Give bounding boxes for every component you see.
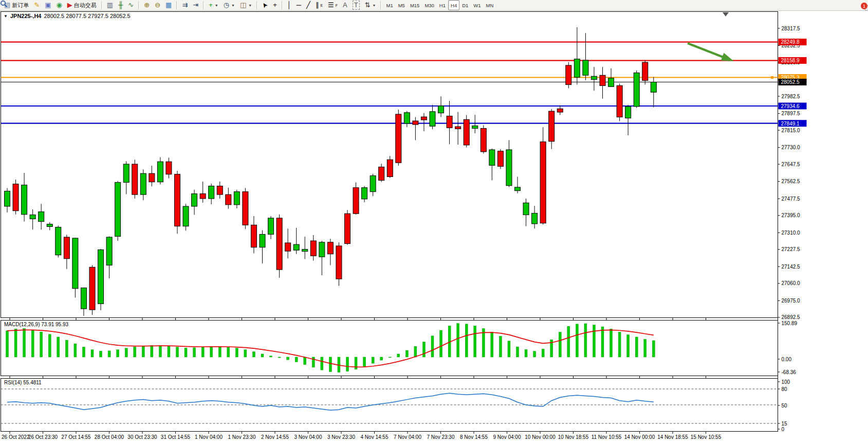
- candle: [642, 62, 648, 80]
- candle: [472, 126, 478, 128]
- candle: [56, 227, 61, 255]
- channel-button[interactable]: ∥E: [313, 0, 325, 10]
- add-indicator-button[interactable]: +▼: [206, 0, 221, 10]
- text-label-button[interactable]: T: [350, 0, 362, 10]
- template-icon: ◫: [240, 1, 246, 9]
- timeframe-h4-button[interactable]: H4: [448, 0, 459, 10]
- candle: [523, 203, 529, 215]
- macd-histogram-bar: [227, 347, 230, 357]
- horizontal-line-icon: ─: [297, 1, 301, 9]
- cursor-button[interactable]: ➤: [260, 0, 270, 10]
- signals-button[interactable]: ◉: [54, 0, 65, 10]
- timeframe-m15-button[interactable]: M15: [408, 0, 422, 10]
- candle: [175, 174, 180, 226]
- zoom-out-button[interactable]: ⊖: [152, 0, 163, 10]
- dropdown-caret-icon[interactable]: ▼: [215, 4, 218, 7]
- timeframe-m30-button[interactable]: M30: [422, 0, 436, 10]
- marker-button[interactable]: ✎: [31, 0, 42, 10]
- zoom-in-icon: ⊕: [144, 1, 150, 9]
- dropdown-caret-icon[interactable]: ▼: [248, 4, 252, 7]
- dropdown-caret-icon[interactable]: ▼: [231, 4, 235, 7]
- rsi-axis-label: 50: [782, 403, 788, 409]
- timeframe-d1-button[interactable]: D1: [459, 0, 471, 10]
- chart-ohlc-values: 28002.5 28077.5 27927.5 28052.5: [44, 13, 130, 19]
- macd-histogram-bar: [100, 351, 102, 357]
- candle: [608, 78, 614, 87]
- candle: [251, 225, 256, 247]
- candlestick-chart[interactable]: 28317.528232.528150.028067.527982.527897…: [0, 11, 868, 444]
- community-icon: ▣: [45, 1, 51, 9]
- time-axis-label: 30 Oct 23:30: [127, 434, 157, 440]
- timeframe-w1-button[interactable]: W1: [471, 0, 483, 10]
- macd-axis-label: -68.36: [782, 369, 797, 375]
- fibonacci-button[interactable]: ☰F: [325, 0, 340, 10]
- auto-scroll-button[interactable]: ⇉: [179, 0, 190, 10]
- candle: [166, 162, 172, 174]
- price-level-label: 27934.6: [781, 103, 800, 109]
- tile-windows-button[interactable]: ▦: [163, 0, 174, 10]
- crosshair-button[interactable]: +: [270, 0, 280, 10]
- chart-shift-button[interactable]: ⇥: [190, 0, 201, 10]
- macd-histogram-bar: [304, 357, 306, 365]
- candle: [566, 65, 571, 84]
- chart-title-bar[interactable]: ▼ JPN225-,H4 28002.5 28077.5 27927.5 280…: [4, 13, 131, 19]
- timeframe-h1-button[interactable]: H1: [437, 0, 448, 10]
- horizontal-line-button[interactable]: ─: [294, 0, 304, 10]
- toolbar-separator: [380, 1, 381, 9]
- timeframe-m1-button[interactable]: M1: [383, 0, 395, 10]
- macd-histogram-bar: [142, 346, 144, 357]
- macd-histogram-bar: [57, 337, 60, 357]
- candle: [506, 150, 512, 186]
- candle: [106, 237, 112, 265]
- timeframe-m5-button[interactable]: M5: [396, 0, 408, 10]
- macd-histogram-bar: [270, 356, 272, 357]
- macd-histogram-bar: [542, 349, 544, 357]
- time-axis-label: 11 Nov 10:55: [592, 434, 622, 440]
- chart-symbol-period: JPN225-,H4: [10, 13, 42, 19]
- new-order-button-label: 新订单: [12, 2, 29, 9]
- price-tick-label: 27310.0: [782, 230, 801, 236]
- line-chart-button[interactable]: ∿: [125, 0, 136, 10]
- zoom-in-button[interactable]: ⊕: [141, 0, 152, 10]
- candle: [370, 175, 376, 191]
- community-button[interactable]: ▣: [42, 0, 53, 10]
- candle: [30, 215, 35, 219]
- macd-histogram-bar: [627, 335, 630, 357]
- vertical-line-button[interactable]: │: [285, 0, 294, 10]
- bar-chart-button[interactable]: ▥: [104, 0, 116, 10]
- candle: [336, 246, 342, 279]
- macd-histogram-bar: [533, 351, 536, 357]
- candle: [276, 218, 282, 270]
- macd-histogram-bar: [601, 327, 604, 357]
- macd-histogram-bar: [151, 345, 153, 357]
- level-handle[interactable]: [771, 76, 773, 79]
- dropdown-caret-icon[interactable]: ▼: [373, 4, 376, 7]
- time-axis-label: 4 Nov 14:55: [361, 434, 389, 440]
- candlestick-button[interactable]: ╫: [116, 0, 125, 10]
- candle: [497, 151, 503, 167]
- macd-histogram-bar: [516, 347, 519, 357]
- rsi-axis-label: 100: [782, 379, 790, 385]
- candle: [200, 194, 206, 199]
- text-button[interactable]: A: [340, 0, 350, 10]
- candle: [464, 119, 469, 145]
- time-axis-label: 9 Nov 04:00: [493, 434, 521, 440]
- trendline-button[interactable]: ╱: [304, 0, 313, 10]
- candle: [157, 162, 163, 182]
- arrows-button[interactable]: ⇅▼: [362, 0, 379, 10]
- bar-chart-icon: ▥: [107, 1, 113, 9]
- candle: [540, 142, 546, 223]
- template-button[interactable]: ◫▼: [237, 0, 254, 10]
- candle: [430, 112, 435, 126]
- macd-histogram-bar: [40, 332, 43, 357]
- autotrade-button[interactable]: ▶自动交易: [65, 0, 99, 10]
- toolbar-separator: [203, 1, 204, 9]
- macd-histogram-bar: [218, 347, 221, 357]
- macd-histogram-bar: [261, 354, 264, 357]
- period-button[interactable]: ◷▼: [221, 0, 237, 10]
- symbol-dropdown-icon[interactable]: ▼: [4, 14, 8, 19]
- timeframe-mn-button[interactable]: MN: [484, 0, 496, 10]
- text-icon: A: [343, 1, 347, 9]
- macd-histogram-bar: [644, 339, 647, 357]
- macd-histogram-bar: [422, 342, 425, 357]
